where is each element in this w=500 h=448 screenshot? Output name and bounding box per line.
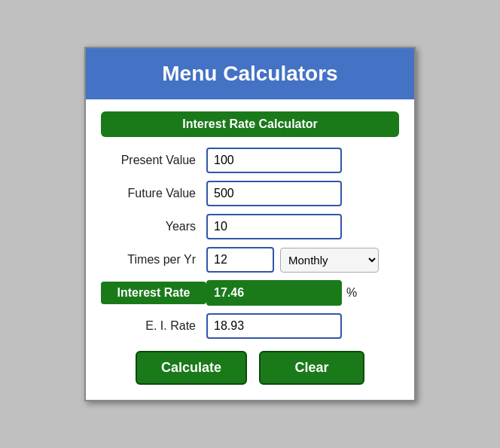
- present-value-row: Present Value: [101, 148, 399, 173]
- times-per-yr-input[interactable]: [206, 247, 274, 273]
- years-input[interactable]: [206, 214, 342, 239]
- present-value-label: Present Value: [101, 154, 206, 167]
- button-row: Calculate Clear: [101, 351, 399, 385]
- times-per-yr-row: Times per Yr Monthly Annually Semi-Annua…: [101, 247, 399, 273]
- future-value-input[interactable]: [206, 181, 342, 206]
- header: Menu Calculators: [86, 48, 414, 99]
- ei-rate-label: E. I. Rate: [101, 319, 206, 333]
- calculator-container: Menu Calculators Interest Rate Calculato…: [84, 47, 416, 401]
- compound-select[interactable]: Monthly Annually Semi-Annually Quarterly…: [280, 248, 379, 273]
- times-per-yr-label: Times per Yr: [101, 253, 206, 267]
- clear-button[interactable]: Clear: [259, 351, 364, 385]
- app-title: Menu Calculators: [93, 62, 407, 86]
- interest-rate-label: Interest Rate: [101, 282, 206, 304]
- calculate-button[interactable]: Calculate: [136, 351, 247, 385]
- future-value-row: Future Value: [101, 181, 399, 206]
- ei-rate-row: E. I. Rate: [101, 313, 399, 339]
- future-value-label: Future Value: [101, 187, 206, 200]
- ei-rate-input[interactable]: [206, 313, 342, 339]
- section-title: Interest Rate Calculator: [101, 111, 399, 137]
- percent-sign: %: [346, 286, 357, 300]
- present-value-input[interactable]: [206, 148, 342, 173]
- interest-rate-input[interactable]: [206, 280, 342, 306]
- interest-rate-row: Interest Rate %: [101, 280, 399, 306]
- years-label: Years: [101, 220, 206, 233]
- years-row: Years: [101, 214, 399, 239]
- calculator-body: Interest Rate Calculator Present Value F…: [86, 99, 414, 400]
